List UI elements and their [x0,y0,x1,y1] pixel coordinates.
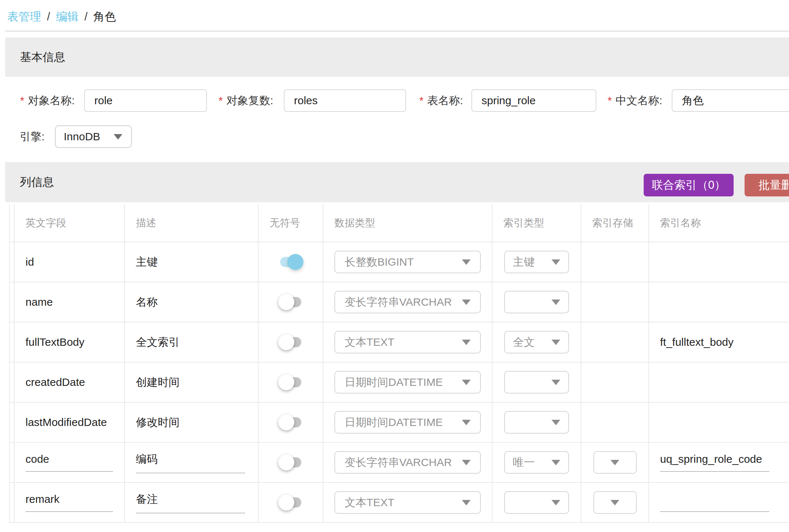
chevron-down-icon [114,134,122,140]
header-field: 英文字段 [15,204,125,242]
field-description-input[interactable]: 编码 [136,452,245,473]
chevron-down-icon [551,420,560,425]
field-description: 全文索引 [136,335,180,350]
field-description: 名称 [136,295,158,310]
unsigned-toggle[interactable] [280,457,301,468]
chevron-down-icon [611,460,619,465]
columns-table: 英文字段 描述 无符号 数据类型 索引类型 索引存储 索引名称 id 主键 长整… [9,204,789,523]
required-marker: * [20,94,24,107]
unsigned-toggle[interactable] [280,417,301,427]
toggle-knob [278,294,294,310]
selected-value: 长整数BIGINT [345,255,414,270]
data-type-select[interactable]: 变长字符串VARCHAR [334,291,481,313]
data-type-select[interactable]: 文本TEXT [334,491,481,514]
chevron-down-icon [611,500,619,505]
index-name-value: ft_fulltext_body [660,336,734,348]
field-name: lastModifiedDate [25,416,107,429]
chevron-down-icon [551,259,560,265]
index-type-select[interactable]: 唯一 [504,451,569,474]
index-storage-cell [581,282,649,322]
chevron-down-icon [551,340,560,345]
data-type-select[interactable]: 日期时间DATETIME [334,371,481,394]
breadcrumb-separator: / [85,10,88,23]
field-name: fullTextBody [25,336,85,348]
chevron-down-icon [462,300,471,305]
object-name-label: * 对象名称: [20,89,75,112]
field-description: 修改时间 [136,415,180,430]
table-name-input[interactable] [471,89,596,112]
header-unsigned: 无符号 [259,204,323,242]
index-type-select[interactable] [504,371,569,394]
header-data-type: 数据类型 [323,204,492,242]
index-storage-select[interactable] [593,491,637,514]
toggle-knob [278,414,294,430]
chevron-down-icon [551,300,560,305]
index-type-select[interactable] [504,291,569,313]
selected-value: 变长字符串VARCHAR [345,295,452,310]
composite-index-button[interactable]: 联合索引（0） [644,174,734,196]
batch-delete-button[interactable]: 批量删 [745,174,789,196]
data-type-select[interactable]: 文本TEXT [334,331,481,353]
unsigned-toggle[interactable] [280,337,301,347]
chevron-down-icon [462,380,471,385]
chinese-name-label: * 中文名称: [608,89,662,112]
object-plural-input[interactable] [284,89,406,112]
index-type-select[interactable] [504,491,569,514]
chevron-down-icon [462,340,471,345]
toggle-knob [278,494,294,511]
header-description: 描述 [125,204,259,242]
engine-selected-value: InnoDB [64,130,100,143]
breadcrumb-edit[interactable]: 编辑 [56,9,79,24]
index-type-select[interactable] [504,411,569,434]
chevron-down-icon [551,380,560,385]
required-marker: * [419,94,424,107]
object-name-input[interactable] [84,89,207,112]
field-description: 主键 [136,255,158,270]
index-storage-select[interactable] [593,451,637,474]
data-type-select[interactable]: 长整数BIGINT [334,251,481,273]
header-index-type: 索引类型 [492,204,581,242]
toggle-knob [287,254,303,270]
selected-value: 全文 [513,335,535,350]
index-name-input[interactable] [660,493,769,512]
breadcrumb: 表管理 / 编辑 / 角色 [7,9,116,24]
index-type-select[interactable]: 全文 [504,331,569,353]
field-name-input[interactable]: remark [25,493,113,512]
field-name: id [25,256,34,268]
field-description: 创建时间 [136,375,180,390]
selected-value: 文本TEXT [345,335,394,350]
unsigned-toggle[interactable] [280,257,301,267]
field-description-input[interactable]: 备注 [136,492,245,513]
breadcrumb-current-role: 角色 [93,9,116,24]
chevron-down-icon [551,460,560,465]
chinese-name-input[interactable] [672,89,789,112]
engine-label: 引擎: [20,125,44,148]
data-type-select[interactable]: 日期时间DATETIME [334,411,481,434]
breadcrumb-table-management[interactable]: 表管理 [7,9,41,24]
chevron-down-icon [462,259,471,265]
selected-value: 主键 [513,255,535,270]
selected-value: 唯一 [513,455,535,470]
chevron-down-icon [462,500,471,505]
unsigned-toggle[interactable] [280,297,301,307]
field-name: name [25,296,53,308]
field-name: createdDate [25,376,85,388]
index-name-cell [649,363,789,403]
select-column-header [9,204,15,242]
engine-select[interactable]: InnoDB [55,125,132,148]
required-marker: * [608,94,612,107]
basic-info-title: 基本信息 [5,50,65,65]
header-index-storage: 索引存储 [581,204,649,242]
index-name-input[interactable]: uq_spring_role_code [660,453,769,472]
unsigned-toggle[interactable] [280,377,301,387]
index-storage-cell [581,403,649,443]
index-storage-cell [581,363,649,403]
field-name-input[interactable]: code [25,453,113,472]
index-type-select[interactable]: 主键 [504,251,569,273]
unsigned-toggle[interactable] [280,497,301,508]
data-type-select[interactable]: 变长字符串VARCHAR [334,451,481,474]
required-marker: * [219,94,223,107]
chevron-down-icon [462,460,471,465]
breadcrumb-separator: / [47,10,50,23]
index-storage-cell [581,322,649,363]
